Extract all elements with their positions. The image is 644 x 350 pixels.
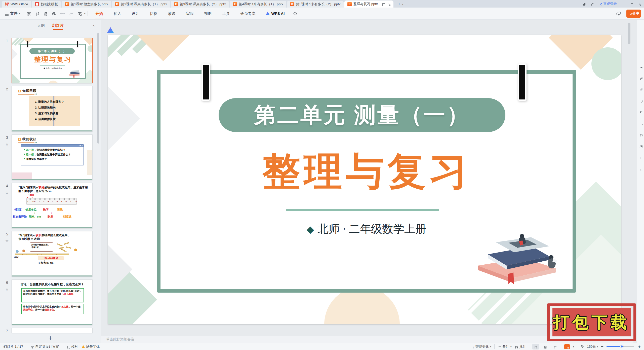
print-preview-button[interactable] <box>50 10 57 17</box>
quick-access-dropdown-icon[interactable]: ▾ <box>84 12 86 15</box>
file-menu-button[interactable]: 文件 ▾ <box>0 11 23 16</box>
comments-button[interactable]: 批注 <box>514 344 526 349</box>
gray-decoration <box>108 86 140 151</box>
zoom-slider[interactable] <box>607 346 634 347</box>
ribbon-tab-insert[interactable]: 插入 <box>114 8 121 19</box>
slide-title[interactable]: 整理与复习 <box>157 146 576 198</box>
ribbon-tab-view[interactable]: 视图 <box>204 8 212 19</box>
tab-label: 整理与复习.pptx <box>353 2 378 6</box>
slide-editor[interactable]: 第二单元 测量（一） 整理与复习 ◆北师 · 二年级数学上册 <box>108 35 621 324</box>
tab-label: 第2课时 课桌有多长（1）.pptx <box>121 2 167 7</box>
thumb2-heading: 知识回顾 <box>22 89 36 93</box>
close-window-button[interactable] <box>637 2 641 6</box>
find-book-icon[interactable] <box>638 132 643 137</box>
zoom-in-button[interactable]: ＋ <box>637 344 641 349</box>
tab-file-4[interactable]: P 第4课时 1米有多长（1）.pptx <box>230 1 286 8</box>
panel-tab-slides[interactable]: 幻灯片 <box>52 20 64 31</box>
thumb6-text: 。 <box>54 308 57 311</box>
slide-thumbnail-1[interactable]: 第二单元 测量（一） 整理与复习 ◆ 北师·二年级数学上册 <box>12 38 93 83</box>
zoom-level[interactable]: 159%▾ <box>587 345 598 348</box>
print-button[interactable] <box>42 10 48 17</box>
assistant-icon[interactable] <box>590 2 594 6</box>
format-settings-button[interactable] <box>76 10 83 17</box>
proofread-button[interactable]: 校对 <box>66 344 78 349</box>
slide-thumbnail-5[interactable]: “米”用来表示较长的物体的长度或距离。米可以用 m 表示 100根小棒接起来，才… <box>12 231 93 277</box>
slide-thumbnail-3[interactable]: 我的收获 说一说，你知道哪些测量的方法？ 想一想，在测量的过程中要注意什么？ 有… <box>12 134 93 180</box>
beautify-wand-icon <box>470 345 474 348</box>
ribbon-tab-home[interactable]: 开始 <box>96 8 103 19</box>
tab-list-icon[interactable] <box>582 2 586 6</box>
new-tab-dropdown-icon[interactable]: ▾ <box>402 3 404 6</box>
design-shirt-icon <box>30 345 34 348</box>
tab-file-3[interactable]: P 第3课时 课桌有多长（2）.pptx <box>171 1 229 8</box>
slideshow-play-button[interactable] <box>564 344 570 349</box>
redo-button[interactable] <box>68 10 74 17</box>
thumb4-text: “厘米”用来表示 <box>18 186 39 189</box>
present-mode-icon[interactable] <box>381 2 385 6</box>
minimize-button[interactable] <box>621 2 625 6</box>
missing-font-button[interactable]: 缺失字体 <box>82 344 100 349</box>
play-options-icon[interactable]: ▾ <box>573 345 574 348</box>
maximize-button[interactable] <box>629 2 633 6</box>
notes-button[interactable]: 备注▾ <box>498 344 512 349</box>
canvas-scrollbar-thumb[interactable] <box>628 23 630 44</box>
unit-badge[interactable]: 第二单元 测量（一） <box>219 98 505 132</box>
signature-pen-icon[interactable] <box>638 121 643 126</box>
ribbon-tab-slideshow[interactable]: 放映 <box>168 8 176 19</box>
tab-docer-templates[interactable]: 找稻壳模板 <box>32 1 61 8</box>
ribbon-tab-design[interactable]: 设计 <box>132 8 139 19</box>
normal-view-button[interactable] <box>532 344 539 349</box>
wps-ai-button[interactable]: WPS AI <box>266 11 285 16</box>
thumb4-label: 厘米、cm <box>29 215 41 219</box>
add-slide-button[interactable]: ＋ <box>0 333 101 342</box>
tab-file-2[interactable]: P 第2课时 课桌有多长（1）.pptx <box>112 1 170 8</box>
slide-canvas[interactable]: 第二单元 测量（一） 整理与复习 ◆北师 · 二年级数学上册 ▴▾ <box>101 20 633 336</box>
custom-design-button[interactable]: 自定义设计方案 <box>30 344 59 349</box>
save-button[interactable] <box>25 10 32 17</box>
ribbon-tab-tools[interactable]: 工具 <box>222 8 230 19</box>
undo-button[interactable]: ▾ <box>58 10 66 17</box>
slide-number: 1 <box>6 39 8 43</box>
export-pdf-button[interactable] <box>33 10 40 17</box>
design-shirt-icon[interactable] <box>638 110 643 114</box>
share-button[interactable]: 分享 <box>626 10 641 18</box>
fit-slide-button[interactable] <box>580 344 584 349</box>
beautify-wand-icon[interactable] <box>638 98 643 103</box>
thumb6-text: 。 <box>73 293 76 295</box>
search-button[interactable] <box>292 11 297 16</box>
login-button[interactable]: 立即登录 <box>598 2 617 6</box>
help-icon[interactable] <box>638 144 643 148</box>
slide-thumbnail-4[interactable]: “厘米”用来表示较短的物体的长度或距离。厘米是常用的长度单位，也叫写作cm。 1… <box>12 183 93 228</box>
share-label: 分享 <box>632 11 639 16</box>
collapse-panel-icon[interactable]: ‹ <box>93 23 95 28</box>
slide-layers-icon[interactable] <box>638 87 643 92</box>
thumb2-item: 2. 认识厘米和米 <box>35 105 64 111</box>
slide-thumbnail-2[interactable]: 知识回顾 1. 测量的方法有哪些？ 2. 认识厘米和米 3. 厘米与米的换算 4… <box>12 86 93 132</box>
close-tab-icon[interactable] <box>387 2 390 6</box>
wps-ai-float-icon[interactable] <box>107 27 114 33</box>
smart-beautify-button[interactable]: 智能美化▾ <box>470 344 491 349</box>
thumb3-keyword: 说一说 <box>26 148 34 151</box>
tab-file-active[interactable]: P 整理与复习.pptx <box>344 1 393 8</box>
tab-file-1[interactable]: P 第1课时 教室有多长.pptx <box>62 1 111 8</box>
ribbon-tab-review[interactable]: 审阅 <box>186 8 194 19</box>
tab-wps-home[interactable]: W WPS Office <box>2 1 31 8</box>
panel-scrollbar[interactable] <box>97 33 99 144</box>
reading-view-button[interactable] <box>551 344 558 349</box>
tab-file-5[interactable]: P 第5课时 1米有多长（2）.pptx <box>287 1 344 8</box>
comment-icon[interactable] <box>638 155 643 160</box>
settings-sliders-icon[interactable] <box>638 64 643 69</box>
slide-thumbnail-7[interactable] <box>12 328 93 333</box>
cloud-upload-button[interactable] <box>616 11 621 17</box>
favorites-star-icon[interactable] <box>638 76 643 80</box>
zoom-out-button[interactable]: − <box>601 344 603 349</box>
more-dots-icon[interactable] <box>638 166 643 171</box>
new-tab-button[interactable]: ＋▾ <box>396 1 405 8</box>
ribbon-tab-member[interactable]: 会员专享 <box>240 8 256 19</box>
canvas-scrollbar[interactable]: ▴▾ <box>628 22 630 333</box>
ribbon-tab-transition[interactable]: 切换 <box>150 8 157 19</box>
zoom-slider-knob[interactable] <box>620 345 623 348</box>
slide-thumbnail-6[interactable]: 讨论：当测量的长度不足整米数，应该怎么算？ 当以米作单位测量时，量几次后剩下的长… <box>12 279 93 325</box>
slide-sorter-view-button[interactable] <box>542 344 548 349</box>
panel-tab-outline[interactable]: 大纲 <box>37 20 45 31</box>
